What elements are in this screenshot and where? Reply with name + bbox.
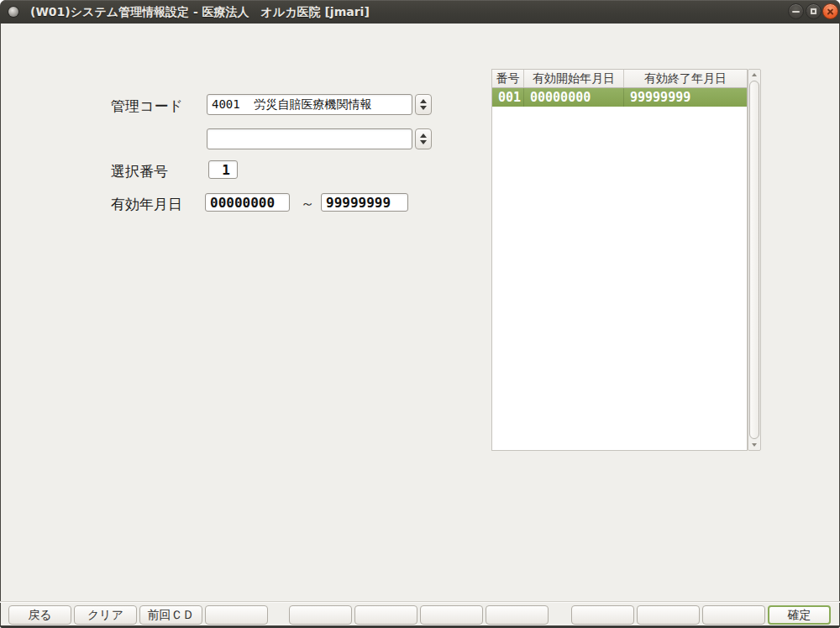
spin-up-icon [420,133,427,138]
range-separator: ～ [296,194,319,213]
toolbar-separator [0,601,840,603]
maximize-button[interactable] [806,3,822,19]
window-title: (W01)システム管理情報設定 - 医療法人 オルカ医院 [jmari] [30,0,370,24]
yuko-from-input[interactable] [205,193,290,212]
minimize-button[interactable] [788,3,804,19]
close-button[interactable] [822,3,838,19]
blank-button-7[interactable] [420,605,483,625]
table-header-start-date: 有効開始年月日 [524,70,624,87]
blank-button-9[interactable] [571,605,634,625]
table-header-no: 番号 [492,70,524,87]
app-window: (W01)システム管理情報設定 - 医療法人 オルカ医院 [jmari] 管理コ… [0,0,840,628]
blank-button-8[interactable] [486,605,549,625]
kanri-code-sub-spinner[interactable] [415,128,432,149]
back-button[interactable]: 戻る [8,605,71,625]
titlebar: (W01)システム管理情報設定 - 医療法人 オルカ医院 [jmari] [0,0,840,24]
table-header-row: 番号 有効開始年月日 有効終了年月日 [492,70,747,88]
minimize-icon [792,11,800,13]
spin-down-icon [420,106,427,110]
cell-no: 001 [492,88,524,107]
sentaku-bango-input[interactable] [208,160,238,179]
kanri-code-spinner[interactable] [415,94,432,115]
table-row[interactable]: 001 00000000 99999999 [492,88,747,107]
sentaku-bango-label: 選択番号 [111,162,168,181]
validity-table: 番号 有効開始年月日 有効終了年月日 001 00000000 99999999 [491,69,748,451]
blank-button-5[interactable] [289,605,352,625]
scrollbar-thumb[interactable] [749,81,759,439]
blank-button-11[interactable] [702,605,765,625]
scroll-down-icon[interactable] [752,443,757,447]
spin-down-icon [420,140,427,144]
table-header-end-date: 有効終了年月日 [624,70,747,87]
blank-button-6[interactable] [354,605,417,625]
kanri-code-sub-combo-input[interactable] [207,128,412,149]
zenkai-cd-button[interactable]: 前回ＣＤ [139,605,202,625]
spin-up-icon [420,99,427,103]
cell-start-date: 00000000 [524,88,624,107]
clear-button[interactable]: クリア [74,605,137,625]
maximize-icon [811,8,816,14]
scroll-up-icon[interactable] [752,73,757,76]
cell-end-date: 99999999 [624,88,747,107]
blank-button-10[interactable] [637,605,700,625]
kanri-code-label: 管理コード [111,97,183,116]
app-icon [8,7,18,17]
blank-button-4[interactable] [205,605,268,625]
table-scrollbar[interactable] [748,69,761,451]
yuko-to-input[interactable] [321,193,408,212]
confirm-button[interactable]: 確定 [768,605,831,625]
kanri-code-combo-input[interactable] [207,94,412,115]
yuko-nengappi-label: 有効年月日 [111,195,182,214]
